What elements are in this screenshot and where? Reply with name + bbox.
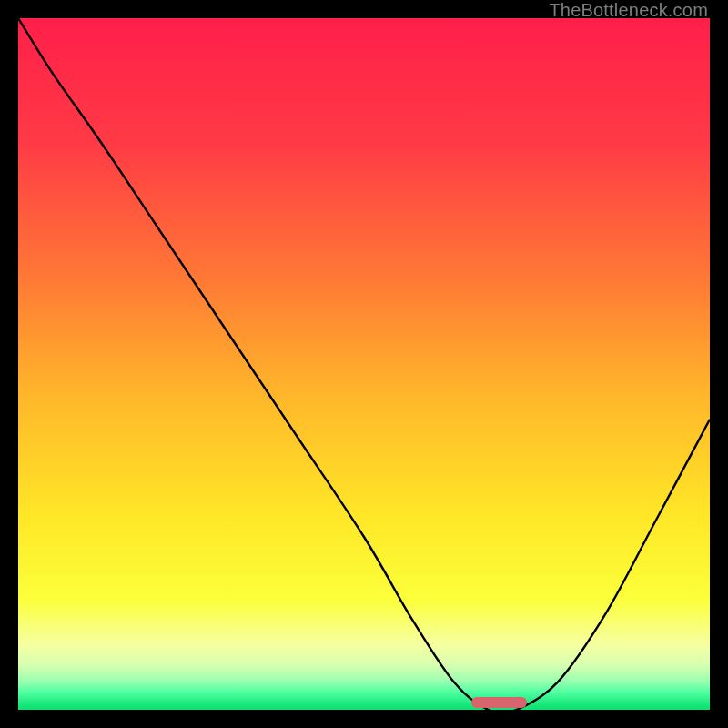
optimal-range-marker (471, 697, 527, 708)
chart-frame: TheBottleneck.com (0, 0, 728, 728)
bottleneck-curve-path (18, 18, 710, 710)
bottleneck-curve-svg (18, 18, 710, 710)
plot-area (18, 18, 710, 710)
